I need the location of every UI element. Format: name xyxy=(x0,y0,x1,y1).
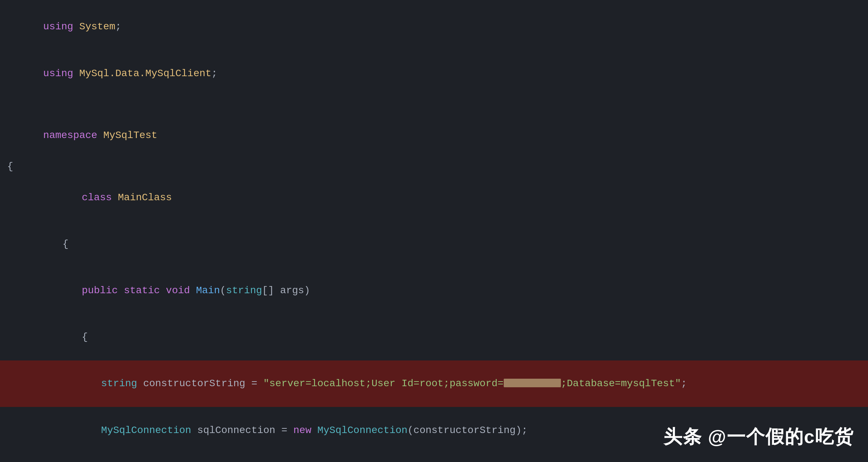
type-mysqlconnection-new: MySqlConnection xyxy=(317,425,408,436)
type-system: System xyxy=(79,21,115,32)
type-mysql: MySql.Data.MySqlClient xyxy=(79,68,212,79)
type-string-2: string xyxy=(101,378,137,389)
kw-void: void xyxy=(166,285,190,296)
code-line-5: { xyxy=(0,159,868,174)
kw-static: static xyxy=(124,285,160,296)
code-line-12: sqlConnection.Open(); class MySql.Data.M… xyxy=(0,453,868,462)
code-line-4: namespace MySqlTest xyxy=(0,112,868,159)
code-line-1: using System; xyxy=(0,4,868,50)
method-main: Main xyxy=(196,285,220,296)
code-line-10: string constructorString = "server=local… xyxy=(0,360,868,407)
code-line-2: using MySql.Data.MySqlClient; xyxy=(0,50,868,97)
kw-namespace: namespace xyxy=(43,130,97,141)
class-mainclass: MainClass xyxy=(118,192,172,203)
code-editor: using System; using MySql.Data.MySqlClie… xyxy=(0,0,868,462)
kw-using-2: using xyxy=(43,68,73,79)
string-constructor-end: ;Database=mysqlTest" xyxy=(561,378,681,389)
censored-password: ████ xyxy=(504,379,561,387)
kw-new-1: new xyxy=(294,425,311,436)
kw-public: public xyxy=(82,285,118,296)
code-line-3 xyxy=(0,97,868,112)
type-mysqlconnection-1: MySqlConnection xyxy=(101,425,191,436)
code-line-6: class MainClass xyxy=(0,174,868,221)
namespace-name: MySqlTest xyxy=(103,130,157,141)
code-line-9: { xyxy=(0,314,868,360)
kw-using-1: using xyxy=(43,21,73,32)
type-string-1: string xyxy=(226,285,262,296)
watermark: 头条 @一个假的c吃货 xyxy=(664,422,854,451)
string-constructor: "server=localhost;User Id=root;password= xyxy=(263,378,504,389)
code-line-8: public static void Main(string[] args) xyxy=(0,267,868,314)
code-line-7: { xyxy=(0,221,868,267)
kw-class: class xyxy=(82,192,112,203)
